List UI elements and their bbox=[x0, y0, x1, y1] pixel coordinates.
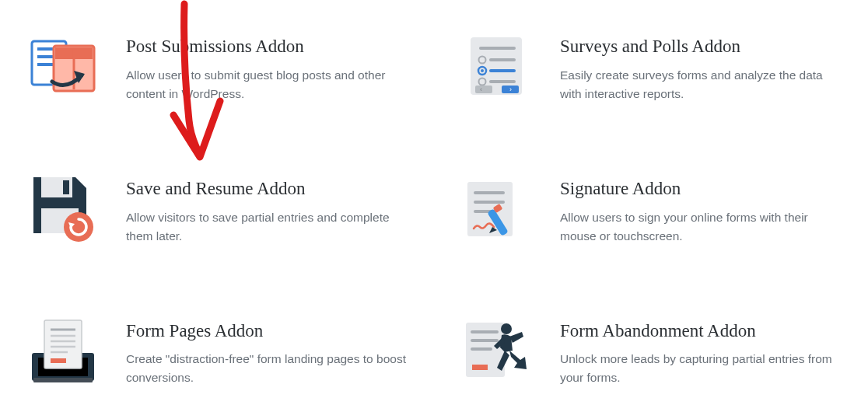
addon-desc: Allow users to submit guest blog posts a… bbox=[126, 66, 411, 103]
svg-point-12 bbox=[481, 69, 484, 72]
svg-rect-16 bbox=[475, 86, 492, 93]
addon-title: Surveys and Polls Addon bbox=[560, 36, 845, 58]
addon-save-resume[interactable]: Save and Resume Addon Allow visitors to … bbox=[23, 173, 411, 246]
addons-grid: Post Submissions Addon Allow users to su… bbox=[23, 31, 845, 387]
svg-point-23 bbox=[64, 212, 93, 242]
abandonment-icon bbox=[457, 316, 535, 386]
svg-point-45 bbox=[501, 323, 512, 334]
svg-rect-44 bbox=[472, 365, 488, 370]
post-submissions-icon bbox=[23, 31, 101, 101]
addon-post-submissions[interactable]: Post Submissions Addon Allow users to su… bbox=[23, 31, 411, 103]
svg-rect-21 bbox=[63, 180, 69, 194]
addon-desc: Unlock more leads by capturing partial e… bbox=[560, 350, 845, 387]
addon-form-pages[interactable]: Form Pages Addon Create "distraction-fre… bbox=[23, 316, 411, 388]
addon-desc: Allow users to sign your online forms wi… bbox=[560, 208, 845, 246]
signature-icon bbox=[457, 173, 535, 243]
addon-desc: Easily create surveys forms and analyze … bbox=[560, 66, 845, 103]
addon-surveys-polls[interactable]: ‹ › Surveys and Polls Addon Easily creat… bbox=[457, 31, 845, 103]
form-pages-icon bbox=[23, 316, 101, 386]
addon-title: Post Submissions Addon bbox=[126, 36, 411, 58]
addon-title: Save and Resume Addon bbox=[126, 178, 411, 201]
svg-text:‹: ‹ bbox=[480, 86, 482, 93]
svg-text:›: › bbox=[509, 86, 512, 93]
addon-title: Signature Addon bbox=[560, 178, 845, 201]
addon-title: Form Abandonment Addon bbox=[560, 320, 845, 343]
addon-title: Form Pages Addon bbox=[126, 320, 411, 343]
addon-desc: Allow visitors to save partial entries a… bbox=[126, 208, 411, 246]
svg-rect-31 bbox=[33, 378, 93, 382]
addon-desc: Create "distraction-free" form landing p… bbox=[126, 350, 411, 387]
addon-signature[interactable]: Signature Addon Allow users to sign your… bbox=[457, 173, 845, 246]
save-resume-icon bbox=[23, 173, 101, 243]
svg-rect-39 bbox=[51, 358, 66, 363]
surveys-icon: ‹ › bbox=[457, 31, 535, 101]
addon-form-abandonment[interactable]: Form Abandonment Addon Unlock more leads… bbox=[457, 316, 845, 388]
